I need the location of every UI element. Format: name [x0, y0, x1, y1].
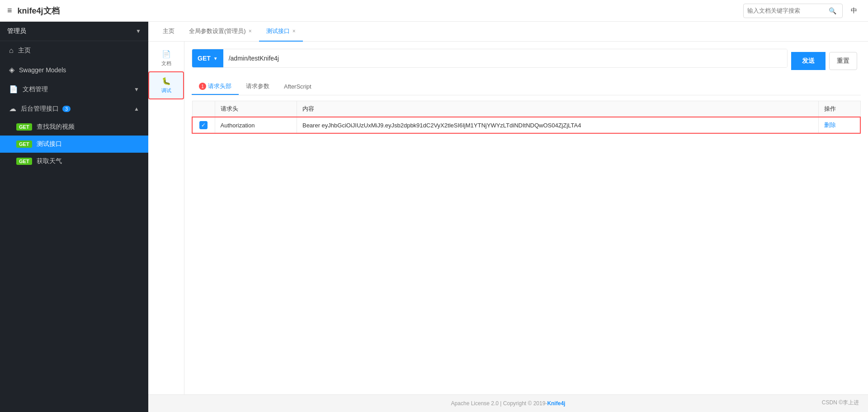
table-row: ✓ Authorization Bearer eyJhbGciOiJIUzUxM…: [192, 117, 860, 133]
url-actions: 发送 重置: [788, 52, 861, 70]
sidebar-section-backend[interactable]: ☁ 后台管理接口 3 ▲: [0, 99, 148, 118]
admin-label: 管理员: [7, 27, 26, 35]
inner-tab-request-params[interactable]: 请求参数: [239, 79, 277, 95]
col-action-header: 操作: [818, 101, 860, 117]
footer-right-text: CSDN ©李上进: [822, 399, 859, 407]
sub-content: 📄 文档 🐛 调试 GET ▼: [148, 42, 868, 394]
admin-selector[interactable]: 管理员 ▼: [0, 22, 148, 41]
footer-brand: Knife4j: [547, 400, 565, 407]
sidebar-item-swagger-label: Swagger Models: [19, 66, 66, 74]
debug-icon: 🐛: [162, 77, 171, 85]
inner-tabs: 1 请求头部 请求参数 AfterScript: [192, 79, 861, 95]
content-wrapper: 主页 全局参数设置(管理员) × 测试接口 × 📄 文档 🐛 调试: [148, 22, 868, 412]
sidebar-api-label-video: 查找我的视频: [37, 123, 75, 131]
method-select[interactable]: GET ▼: [192, 49, 223, 67]
docs-arrow-icon: ▼: [134, 86, 139, 93]
tab-global-params-label: 全局参数设置(管理员): [189, 27, 246, 35]
row-value: Bearer eyJhbGciOiJIUzUxMiJ9.eyJsb2dpbk91…: [297, 117, 818, 133]
tab-test-api[interactable]: 测试接口 ×: [259, 22, 303, 42]
inner-tab-afterscript-label: AfterScript: [284, 83, 311, 90]
lang-btn[interactable]: 中: [847, 5, 861, 17]
sidebar-item-home[interactable]: ⌂ 主页: [0, 41, 148, 60]
tab-home-label: 主页: [163, 27, 175, 35]
debug-btn-label: 调试: [161, 87, 171, 94]
method-get-badge-test: GET: [16, 140, 32, 148]
topbar: ≡ knife4j文档 🔍 中: [0, 0, 868, 22]
search-input[interactable]: [747, 7, 829, 14]
backend-arrow-icon: ▲: [134, 106, 139, 112]
tab-global-params[interactable]: 全局参数设置(管理员) ×: [182, 22, 259, 42]
docs-icon: 📄: [9, 85, 18, 94]
search-bar: 🔍: [743, 4, 843, 18]
url-input[interactable]: [223, 49, 787, 67]
url-bar-row: GET ▼ 发送 重置: [192, 49, 861, 73]
sidebar-item-docs[interactable]: 📄 文档管理 ▼: [0, 80, 148, 99]
send-button[interactable]: 发送: [791, 52, 826, 70]
footer-text: Apache License 2.0 | Copyright © 2019-: [451, 400, 547, 407]
col-value-header: 内容: [297, 101, 818, 117]
reset-button[interactable]: 重置: [829, 52, 857, 70]
tab-test-api-close[interactable]: ×: [292, 28, 296, 34]
backend-icon: ☁: [9, 104, 16, 113]
debug-panel-btn[interactable]: 🐛 调试: [148, 71, 184, 99]
inner-tab-afterscript[interactable]: AfterScript: [277, 80, 319, 94]
col-checkbox: [192, 101, 215, 117]
sidebar-api-weather[interactable]: GET 获取天气: [0, 153, 148, 170]
sidebar-item-docs-label: 文档管理: [23, 85, 48, 94]
doc-btn-label: 文档: [161, 60, 171, 67]
tab-home[interactable]: 主页: [156, 22, 182, 42]
tab-global-params-close[interactable]: ×: [249, 28, 252, 34]
url-bar: GET ▼: [192, 49, 788, 68]
home-icon: ⌂: [9, 47, 14, 55]
method-arrow-icon: ▼: [213, 56, 218, 61]
row-checkbox[interactable]: ✓: [199, 121, 208, 129]
method-label: GET: [198, 55, 211, 62]
inner-tab-request-headers[interactable]: 1 请求头部: [192, 79, 239, 95]
left-panel: 📄 文档 🐛 调试: [148, 42, 184, 394]
sidebar-api-get-video[interactable]: GET 查找我的视频: [0, 118, 148, 136]
doc-icon: 📄: [162, 50, 171, 58]
admin-arrow-icon: ▼: [136, 28, 141, 34]
row-key: Authorization: [215, 117, 297, 133]
backend-badge: 3: [62, 106, 71, 112]
request-headers-badge: 1: [199, 83, 206, 90]
inner-tab-params-label: 请求参数: [246, 82, 269, 90]
footer: Apache License 2.0 | Copyright © 2019-Kn…: [148, 394, 868, 412]
delete-link[interactable]: 删除: [824, 122, 836, 128]
sidebar-section-backend-label: 后台管理接口: [21, 105, 59, 113]
row-checkbox-cell: ✓: [192, 117, 215, 133]
swagger-icon: ◈: [9, 66, 14, 74]
menu-icon[interactable]: ≡: [7, 6, 12, 15]
row-action: 删除: [818, 117, 860, 133]
search-icon[interactable]: 🔍: [829, 7, 836, 14]
sidebar-api-test[interactable]: GET 测试接口: [0, 136, 148, 153]
sidebar-item-home-label: 主页: [18, 47, 31, 55]
sidebar: 管理员 ▼ ⌂ 主页 ◈ Swagger Models 📄 文档管理 ▼ ☁ 后…: [0, 22, 148, 412]
inner-tab-headers-label: 请求头部: [208, 82, 231, 90]
tabs-bar: 主页 全局参数设置(管理员) × 测试接口 ×: [148, 22, 868, 42]
tab-test-api-label: 测试接口: [266, 27, 290, 35]
method-get-badge: GET: [16, 123, 32, 131]
doc-panel-btn[interactable]: 📄 文档: [148, 45, 184, 71]
request-headers-table: 请求头 内容 操作 ✓ Authorization Bearer eyJhbGc…: [192, 101, 861, 134]
sidebar-api-label-weather: 获取天气: [37, 157, 62, 165]
main-layout: 管理员 ▼ ⌂ 主页 ◈ Swagger Models 📄 文档管理 ▼ ☁ 后…: [0, 22, 868, 412]
right-panel: GET ▼ 发送 重置 1 请求头部: [184, 42, 868, 394]
method-get-badge-weather: GET: [16, 158, 32, 165]
col-key-header: 请求头: [215, 101, 297, 117]
sidebar-item-swagger[interactable]: ◈ Swagger Models: [0, 60, 148, 80]
sidebar-api-label-test: 测试接口: [37, 140, 62, 148]
app-title: knife4j文档: [18, 5, 743, 16]
